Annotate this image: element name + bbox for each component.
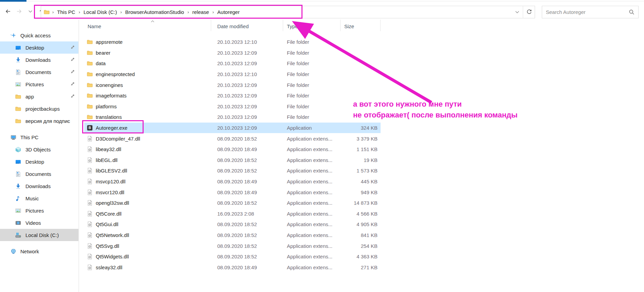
pin-icon [70, 44, 75, 50]
sidebar-item-documents[interactable]: Documents [0, 66, 78, 78]
dll-icon [87, 189, 93, 195]
file-row-autoreger-exe[interactable]: BAutoreger.exe20.10.2023 12:09Applicatio… [84, 123, 381, 133]
file-row-libegl-dll[interactable]: libEGL.dll08.09.2020 18:52Application ex… [84, 155, 381, 166]
breadcrumb-item-release[interactable]: release [192, 9, 210, 15]
file-tab-remnant[interactable] [0, 0, 26, 2]
file-row-imageformats[interactable]: imageformats20.10.2023 12:09File folder [84, 90, 381, 101]
sidebar-item-3d-objects[interactable]: 3D Objects [0, 143, 78, 156]
breadcrumb-item-local-disk-c[interactable]: Local Disk (C:) [83, 9, 117, 15]
file-row-appsremote[interactable]: appsremote20.10.2023 12:10File folder [84, 37, 381, 48]
column-header-type[interactable]: Type [283, 20, 341, 31]
file-row-qt5gui-dll[interactable]: Qt5Gui.dll08.09.2020 18:52Application ex… [84, 219, 381, 230]
back-arrow-button[interactable] [4, 7, 12, 15]
file-row-data[interactable]: data20.10.2023 12:09File folder [84, 58, 381, 69]
file-row-d3dcompiler-47-dll[interactable]: D3Dcompiler_47.dll08.09.2020 18:52Applic… [84, 133, 381, 144]
refresh-button[interactable] [523, 6, 535, 18]
file-row-iconengines[interactable]: iconengines20.10.2023 12:09File folder [84, 79, 381, 90]
desktop-icon [15, 159, 21, 165]
file-row-bearer[interactable]: bearer20.10.2023 12:09File folder [84, 48, 381, 58]
file-list: appsremote20.10.2023 12:10File folderbea… [84, 37, 381, 273]
chevron-down-icon [514, 9, 520, 15]
dll-icon [87, 136, 93, 142]
pin-icon [70, 93, 75, 99]
breadcrumb-item-browserautomationstudio[interactable]: BrowserAutomationStudio [125, 9, 185, 15]
sidebar-item-label: версия для подпис [25, 118, 70, 124]
sidebar-item-label: 3D Objects [25, 147, 51, 152]
file-type: Application extens... [283, 189, 341, 195]
file-date-modified: 08.09.2020 18:49 [211, 179, 283, 184]
videos-icon [15, 220, 21, 226]
sidebar-section-quick-access[interactable]: Quick access [0, 29, 78, 41]
chevron-down-button[interactable] [26, 7, 34, 15]
sidebar-item-label: Pictures [25, 208, 44, 214]
folder-icon [15, 94, 21, 99]
sidebar-item-downloads[interactable]: Downloads [0, 180, 78, 192]
file-row-libeay32-dll[interactable]: libeay32.dll08.09.2020 18:49Application … [84, 144, 381, 155]
file-type: File folder [283, 71, 341, 77]
file-row-msvcp120-dll[interactable]: msvcp120.dll08.09.2020 18:49Application … [84, 176, 381, 187]
file-explorer-window: ›This PC›Local Disk (C:)›BrowserAutomati… [0, 0, 644, 292]
sidebar-item-label: app [25, 94, 34, 99]
dll-icon [87, 211, 93, 217]
navigation-toolbar: ›This PC›Local Disk (C:)›BrowserAutomati… [0, 4, 644, 20]
sidebar-item-local-disk-c[interactable]: Local Disk (C:) [0, 229, 78, 241]
address-bar[interactable]: ›This PC›Local Disk (C:)›BrowserAutomati… [41, 6, 535, 18]
sidebar-item-версия-для-подпис[interactable]: версия для подпис [0, 115, 78, 127]
sidebar-item-pictures[interactable]: Pictures [0, 204, 78, 217]
file-row-ssleay32-dll[interactable]: ssleay32.dll08.09.2020 18:49Application … [84, 262, 381, 273]
sidebar-item-label: Local Disk (C:) [25, 232, 59, 238]
magnifier-icon[interactable] [629, 9, 634, 15]
documents-icon [15, 171, 21, 177]
file-row-enginesprotected[interactable]: enginesprotected20.10.2023 12:10File fol… [84, 69, 381, 80]
address-dropdown-button[interactable] [511, 6, 523, 18]
breadcrumb-item-autoreger[interactable]: Autoreger [217, 9, 240, 15]
search-placeholder: Search Autoreger [546, 9, 629, 15]
sidebar-section-this-pc[interactable]: This PC [0, 131, 78, 143]
file-row-qt5network-dll[interactable]: Qt5Network.dll08.09.2020 18:52Applicatio… [84, 230, 381, 241]
sidebar-item-videos[interactable]: Videos [0, 217, 78, 229]
file-date-modified: 08.09.2020 18:52 [211, 136, 283, 142]
sidebar-item-pictures[interactable]: Pictures [0, 78, 78, 90]
sidebar-item-desktop[interactable]: Desktop [0, 156, 78, 168]
column-header-date-modified[interactable]: Date modified [211, 20, 283, 31]
file-type: File folder [283, 104, 341, 109]
forward-arrow-button[interactable] [15, 7, 23, 15]
sidebar-item-music[interactable]: Music [0, 192, 78, 204]
file-size: 19 KB [341, 157, 381, 163]
file-date-modified: 08.09.2020 18:52 [211, 168, 283, 174]
sidebar-item-app[interactable]: app [0, 90, 78, 103]
sidebar-section-network[interactable]: Network [0, 245, 78, 257]
sort-ascending-icon[interactable] [150, 19, 155, 24]
file-size: 1 573 KB [341, 168, 381, 174]
sidebar-section-label: Network [20, 249, 39, 254]
file-row-translations[interactable]: translations20.10.2023 12:09File folder [84, 112, 381, 123]
file-row-libglesv2-dll[interactable]: libGLESV2.dll08.09.2020 18:52Application… [84, 165, 381, 176]
file-row-qt5svg-dll[interactable]: Qt5Svg.dll08.09.2020 18:52Application ex… [84, 240, 381, 251]
sidebar-item-downloads[interactable]: Downloads [0, 54, 78, 66]
sidebar-item-projectbackups[interactable]: projectbackups [0, 103, 78, 115]
file-type: Application extens... [283, 232, 341, 238]
column-header-name[interactable]: Name [84, 20, 211, 31]
sidebar-item-desktop[interactable]: Desktop [0, 41, 78, 54]
back-arrow-icon [5, 8, 11, 14]
column-header-size[interactable]: Size [341, 20, 381, 31]
file-type: Application extens... [283, 168, 341, 174]
file-row-opengl32sw-dll[interactable]: opengl32sw.dll08.09.2020 18:52Applicatio… [84, 198, 381, 208]
dll-icon [87, 254, 93, 259]
file-row-qt5core-dll[interactable]: Qt5Core.dll16.09.2023 2:08Application ex… [84, 208, 381, 219]
file-type: File folder [283, 39, 341, 45]
file-size: 1 151 KB [341, 146, 381, 152]
breadcrumb-separator: › [117, 10, 124, 15]
file-row-msvcr120-dll[interactable]: msvcr120.dll08.09.2020 18:49Application … [84, 187, 381, 198]
search-input[interactable]: Search Autoreger [542, 6, 639, 18]
dll-icon [87, 243, 93, 249]
file-row-qt5widgets-dll[interactable]: Qt5Widgets.dll08.09.2020 18:52Applicatio… [84, 251, 381, 262]
file-type: File folder [283, 82, 341, 88]
file-type: Application extens... [283, 211, 341, 217]
file-name: libeay32.dll [96, 146, 121, 152]
breadcrumb-item-this-pc[interactable]: This PC [56, 9, 76, 15]
file-row-platforms[interactable]: platforms20.10.2023 12:09File folder [84, 101, 381, 112]
sidebar-item-documents[interactable]: Documents [0, 168, 78, 180]
file-name: appsremote [96, 39, 123, 45]
sidebar-section-gap [0, 257, 78, 261]
